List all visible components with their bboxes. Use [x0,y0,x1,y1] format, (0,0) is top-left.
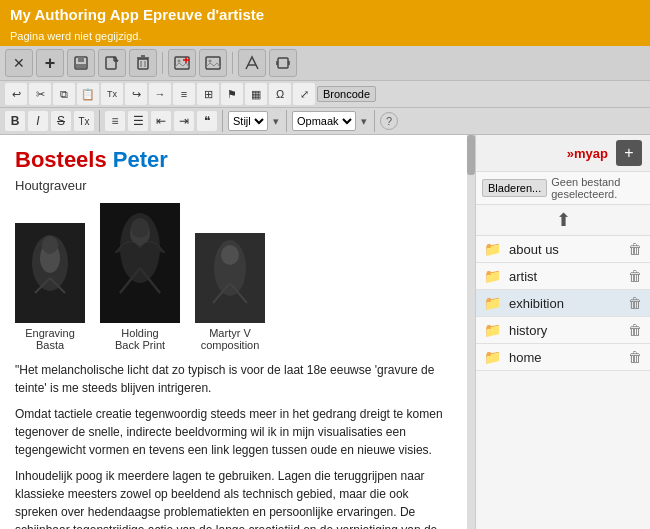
upload-icon-row[interactable]: ⬆ [476,205,650,236]
page-status: Pagina werd niet gegijzigd. [10,30,141,42]
paragraph-1[interactable]: "Het melancholische licht dat zo typisch… [15,361,452,397]
sidebar-label-home: home [509,350,628,365]
image-martyr[interactable] [195,233,265,323]
sidebar-item-exhibition[interactable]: 📁 exhibition 🗑 [476,290,650,317]
app-subheader: Pagina werd niet gegijzigd. [0,29,650,46]
blockquote-button[interactable]: ❝ [197,111,217,131]
svg-rect-7 [138,59,148,69]
delete-icon-exhibition[interactable]: 🗑 [628,295,642,311]
undo-button[interactable]: ↩ [5,83,27,105]
app-header: My Authoring App Epreuve d'artiste [0,0,650,29]
delete-button[interactable] [129,49,157,77]
plugin-icon [275,55,291,71]
save-icon [73,55,89,71]
format-button[interactable]: ≡ [173,83,195,105]
format-toolbar: B I S Tx ≡ ☰ ⇤ ⇥ ❝ Stijl ▾ Opmaak ▾ ? [0,108,650,135]
sidebar-label-artist: artist [509,269,628,284]
export-button[interactable] [98,49,126,77]
delete-icon-history[interactable]: 🗑 [628,322,642,338]
sidebar-label-history: history [509,323,628,338]
copy-button[interactable]: ⧉ [53,83,75,105]
artist-firstname: Peter [113,147,168,172]
close-button[interactable]: ✕ [5,49,33,77]
italic-button[interactable]: I [28,111,48,131]
artist-subtitle: Houtgraveur [15,178,452,193]
list-ordered-button[interactable]: ≡ [105,111,125,131]
paste-plain-button[interactable]: Tx [101,83,123,105]
sidebar-items-list: 📁 about us 🗑 📁 artist 🗑 📁 exhibition 🗑 📁… [476,236,650,371]
image-item-1: EngravingBasta [15,223,85,351]
share-button[interactable] [238,49,266,77]
special-char-button[interactable]: Ω [269,83,291,105]
insert-image-button[interactable] [168,49,196,77]
svg-rect-16 [206,57,220,69]
subscript-button[interactable]: Tx [74,111,94,131]
folder-icon-home: 📁 [484,349,501,365]
main-toolbar: ✕ + [0,46,650,81]
folder-icon-history: 📁 [484,322,501,338]
holding-svg [100,203,180,323]
svg-rect-2 [76,64,86,68]
strikethrough-button[interactable]: S [51,111,71,131]
folder-icon-about-us: 📁 [484,241,501,257]
style-arrow: ▾ [273,115,279,128]
source-button[interactable]: Broncode [317,86,376,102]
delete-icon [136,55,150,71]
myap-link[interactable]: »myap [567,146,608,161]
browse-button[interactable]: Bladeren... [482,179,547,197]
help-button[interactable]: ? [380,112,398,130]
plugin-button[interactable] [269,49,297,77]
list-button[interactable]: ⊞ [197,83,219,105]
martyr-svg [195,233,265,323]
sidebar-label-exhibition: exhibition [509,296,628,311]
editor-area[interactable]: Bosteels Peter Houtgraveur Engr [0,135,467,529]
file-picker-row: Bladeren... Geen bestand geselecteerd. [476,172,650,205]
editor-scrollbar[interactable] [467,135,475,529]
app-title: My Authoring App Epreuve d'artiste [10,6,264,23]
fmt-sep3 [286,110,287,132]
images-row: EngravingBasta [15,203,452,351]
svg-rect-1 [78,57,84,62]
upload-icon[interactable]: ⬆ [556,209,571,231]
paragraph-2[interactable]: Omdat tactiele creatie tegenwoordig stee… [15,405,452,459]
image-label-2: HoldingBack Print [115,327,165,351]
delete-icon-about-us[interactable]: 🗑 [628,241,642,257]
image-engraving[interactable] [15,223,85,323]
flag-button[interactable]: ⚑ [221,83,243,105]
save-button[interactable] [67,49,95,77]
cut-button[interactable]: ✂ [29,83,51,105]
sidebar-item-artist[interactable]: 📁 artist 🗑 [476,263,650,290]
outdent-button[interactable]: ⇤ [151,111,171,131]
delete-icon-artist[interactable]: 🗑 [628,268,642,284]
sidebar-add-button[interactable]: + [616,140,642,166]
redo-button[interactable]: ↪ [125,83,147,105]
secondary-toolbar: ↩ ✂ ⧉ 📋 Tx ↪ → ≡ ⊞ ⚑ ▦ Ω ⤢ Broncode [0,81,650,108]
sidebar-item-history[interactable]: 📁 history 🗑 [476,317,650,344]
bold-button[interactable]: B [5,111,25,131]
export-icon [104,55,120,71]
opmaak-select[interactable]: Opmaak [292,111,356,131]
artist-title: Bosteels Peter [15,147,452,173]
style-select[interactable]: Stijl [228,111,268,131]
svg-point-38 [221,245,239,265]
add-button[interactable]: + [36,49,64,77]
svg-point-35 [131,218,149,238]
sidebar-item-home[interactable]: 📁 home 🗑 [476,344,650,371]
paste-button[interactable]: 📋 [77,83,99,105]
list-unordered-button[interactable]: ☰ [128,111,148,131]
expand-button[interactable]: ⤢ [293,83,315,105]
fmt-sep4 [374,110,375,132]
insert-media-button[interactable] [199,49,227,77]
scrollbar-thumb[interactable] [467,135,475,175]
delete-icon-home[interactable]: 🗑 [628,349,642,365]
sidebar: »myap + Bladeren... Geen bestand geselec… [475,135,650,529]
forward-button[interactable]: → [149,83,171,105]
table-button[interactable]: ▦ [245,83,267,105]
sidebar-item-about-us[interactable]: 📁 about us 🗑 [476,236,650,263]
svg-point-13 [178,60,181,63]
image-holding[interactable] [100,203,180,323]
paragraph-3[interactable]: Inhoudelijk poog ik meerdere lagen te ge… [15,467,452,529]
insert-media-icon [205,55,221,71]
indent-button[interactable]: ⇥ [174,111,194,131]
insert-image-icon [174,55,190,71]
